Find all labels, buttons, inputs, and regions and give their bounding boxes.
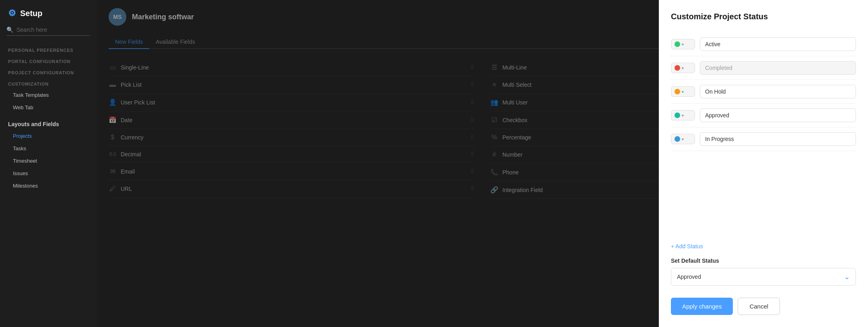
chevron-down-icon: ▾ xyxy=(682,137,684,141)
nav-section-label: PROJECT CONFIGURATION xyxy=(0,66,97,78)
sidebar-item-milestones[interactable]: Milestones xyxy=(0,180,97,192)
nav-section-project-config: PROJECT CONFIGURATION xyxy=(0,66,97,78)
nav-section-label: PERSONAL PREFERENCES xyxy=(0,44,97,55)
chevron-down-icon: ▾ xyxy=(682,90,684,94)
sidebar-item-task-templates[interactable]: Task Templates xyxy=(0,89,97,101)
search-container: 🔍 xyxy=(0,27,97,44)
search-wrapper: 🔍 xyxy=(6,27,90,36)
app-title: Setup xyxy=(20,9,43,18)
chevron-down-icon: ▾ xyxy=(682,42,684,47)
status-item-completed: ▾ xyxy=(671,56,856,80)
search-input[interactable] xyxy=(16,27,90,33)
select-chevron-icon: ⌄ xyxy=(844,272,850,281)
default-status-select[interactable]: Approved ⌄ xyxy=(671,268,856,286)
app-header: ⚙ Setup xyxy=(0,8,97,27)
color-dot-in-progress xyxy=(675,136,680,142)
status-name-input-in-progress[interactable] xyxy=(700,132,856,146)
chevron-down-icon: ▾ xyxy=(682,66,684,70)
sidebar-item-tasks[interactable]: Tasks xyxy=(0,142,97,155)
sidebar-item-web-tab[interactable]: Web Tab xyxy=(0,101,97,114)
default-status-value: Approved xyxy=(677,274,701,280)
nav-section-portal-config: PORTAL CONFIGURATION xyxy=(0,55,97,66)
status-item-active: ▾ xyxy=(671,33,856,56)
nav-section-label: PORTAL CONFIGURATION xyxy=(0,55,97,66)
action-buttons: Apply changes Cancel xyxy=(671,294,856,315)
default-status-section: Set Default Status Approved ⌄ xyxy=(671,258,856,294)
status-name-input-active[interactable] xyxy=(700,37,856,51)
color-dot-on-hold xyxy=(675,89,680,94)
status-color-btn-in-progress[interactable]: ▾ xyxy=(671,134,695,144)
add-status-link[interactable]: + Add Status xyxy=(671,238,856,254)
color-dot-active xyxy=(675,41,680,47)
chevron-down-icon: ▾ xyxy=(682,113,684,118)
gear-icon: ⚙ xyxy=(8,8,16,18)
status-name-input-on-hold[interactable] xyxy=(700,85,856,98)
color-dot-completed xyxy=(675,65,680,71)
status-item-approved: ▾ xyxy=(671,104,856,127)
status-name-input-approved[interactable] xyxy=(700,108,856,122)
sidebar-item-projects[interactable]: Projects xyxy=(0,130,97,142)
default-status-label: Set Default Status xyxy=(671,258,856,264)
sidebar: ⚙ Setup 🔍 PERSONAL PREFERENCES PORTAL CO… xyxy=(0,0,97,327)
sidebar-item-issues[interactable]: Issues xyxy=(0,167,97,180)
nav-section-customization: CUSTOMIZATION Task Templates Web Tab xyxy=(0,78,97,114)
apply-changes-button[interactable]: Apply changes xyxy=(671,298,733,315)
status-list: ▾ ▾ ▾ xyxy=(671,33,856,238)
status-color-btn-active[interactable]: ▾ xyxy=(671,39,695,49)
cancel-button[interactable]: Cancel xyxy=(738,298,780,315)
status-color-btn-approved[interactable]: ▾ xyxy=(671,110,695,121)
nav-section-personal-prefs: PERSONAL PREFERENCES xyxy=(0,44,97,55)
customize-panel: Customize Project Status ▾ ▾ xyxy=(659,0,868,327)
status-color-btn-on-hold[interactable]: ▾ xyxy=(671,86,695,97)
status-name-input-completed[interactable] xyxy=(700,61,856,75)
customize-title: Customize Project Status xyxy=(671,12,856,21)
nav-section-label: CUSTOMIZATION xyxy=(0,78,97,89)
search-icon: 🔍 xyxy=(6,27,13,33)
sidebar-item-timesheet[interactable]: Timesheet xyxy=(0,155,97,167)
main-area: MS Marketing softwar New Fields Availabl… xyxy=(97,0,868,327)
status-item-on-hold: ▾ xyxy=(671,80,856,104)
status-item-in-progress: ▾ xyxy=(671,127,856,151)
color-dot-approved xyxy=(675,112,680,118)
layouts-and-fields-label: Layouts and Fields xyxy=(0,117,97,130)
status-color-btn-completed[interactable]: ▾ xyxy=(671,63,695,73)
